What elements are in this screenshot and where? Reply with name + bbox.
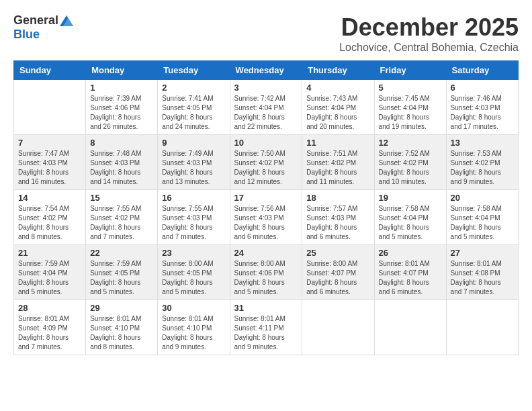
calendar-cell: 26Sunrise: 8:01 AM Sunset: 4:07 PM Dayli… [374, 245, 446, 300]
logo-general-text: General [13, 13, 58, 28]
day-number: 20 [451, 193, 514, 203]
day-number: 14 [18, 193, 81, 203]
day-info: Sunrise: 7:59 AM Sunset: 4:05 PM Dayligh… [90, 259, 153, 297]
day-number: 4 [306, 83, 369, 93]
calendar-header-thursday: Thursday [302, 61, 374, 80]
location-title: Lochovice, Central Bohemia, Czechia [339, 42, 519, 54]
day-number: 13 [451, 138, 514, 148]
calendar-week-row: 28Sunrise: 8:01 AM Sunset: 4:09 PM Dayli… [14, 300, 519, 355]
calendar-week-row: 7Sunrise: 7:47 AM Sunset: 4:03 PM Daylig… [14, 135, 519, 190]
calendar-cell: 17Sunrise: 7:56 AM Sunset: 4:03 PM Dayli… [230, 190, 302, 245]
day-info: Sunrise: 8:01 AM Sunset: 4:09 PM Dayligh… [18, 314, 81, 352]
day-number: 17 [234, 193, 298, 203]
day-info: Sunrise: 7:42 AM Sunset: 4:04 PM Dayligh… [234, 94, 298, 132]
day-number: 24 [234, 248, 298, 258]
calendar-cell: 16Sunrise: 7:55 AM Sunset: 4:03 PM Dayli… [158, 190, 230, 245]
calendar-cell: 21Sunrise: 7:59 AM Sunset: 4:04 PM Dayli… [14, 245, 86, 300]
calendar-cell: 19Sunrise: 7:58 AM Sunset: 4:04 PM Dayli… [374, 190, 446, 245]
calendar-table: SundayMondayTuesdayWednesdayThursdayFrid… [13, 60, 519, 355]
calendar-cell: 10Sunrise: 7:50 AM Sunset: 4:02 PM Dayli… [230, 135, 302, 190]
day-info: Sunrise: 7:46 AM Sunset: 4:03 PM Dayligh… [451, 94, 514, 132]
day-number: 15 [90, 193, 153, 203]
calendar-cell: 24Sunrise: 8:00 AM Sunset: 4:06 PM Dayli… [230, 245, 302, 300]
day-info: Sunrise: 8:00 AM Sunset: 4:07 PM Dayligh… [306, 259, 369, 297]
day-number: 27 [451, 248, 514, 258]
calendar-cell: 9Sunrise: 7:49 AM Sunset: 4:03 PM Daylig… [158, 135, 230, 190]
day-info: Sunrise: 7:57 AM Sunset: 4:03 PM Dayligh… [306, 204, 369, 242]
day-info: Sunrise: 7:52 AM Sunset: 4:02 PM Dayligh… [379, 149, 442, 187]
day-number: 6 [451, 83, 514, 93]
calendar-cell: 7Sunrise: 7:47 AM Sunset: 4:03 PM Daylig… [14, 135, 86, 190]
day-info: Sunrise: 8:01 AM Sunset: 4:08 PM Dayligh… [451, 259, 514, 297]
day-info: Sunrise: 7:48 AM Sunset: 4:03 PM Dayligh… [90, 149, 153, 187]
day-info: Sunrise: 7:51 AM Sunset: 4:02 PM Dayligh… [306, 149, 369, 187]
day-info: Sunrise: 7:49 AM Sunset: 4:03 PM Dayligh… [162, 149, 225, 187]
day-info: Sunrise: 7:39 AM Sunset: 4:06 PM Dayligh… [90, 94, 153, 132]
calendar-cell: 6Sunrise: 7:46 AM Sunset: 4:03 PM Daylig… [446, 80, 518, 135]
day-info: Sunrise: 7:50 AM Sunset: 4:02 PM Dayligh… [234, 149, 298, 187]
calendar-cell: 8Sunrise: 7:48 AM Sunset: 4:03 PM Daylig… [86, 135, 158, 190]
calendar-cell: 1Sunrise: 7:39 AM Sunset: 4:06 PM Daylig… [86, 80, 158, 135]
calendar-header-wednesday: Wednesday [230, 61, 302, 80]
day-number: 1 [90, 83, 153, 93]
day-number: 11 [306, 138, 369, 148]
day-number: 29 [90, 303, 153, 313]
page-header: General Blue December 2025 Lochovice, Ce… [13, 13, 519, 54]
calendar-header-tuesday: Tuesday [158, 61, 230, 80]
calendar-cell: 23Sunrise: 8:00 AM Sunset: 4:05 PM Dayli… [158, 245, 230, 300]
day-number: 23 [162, 248, 225, 258]
day-number: 2 [162, 83, 225, 93]
day-number: 8 [90, 138, 153, 148]
day-info: Sunrise: 7:47 AM Sunset: 4:03 PM Dayligh… [18, 149, 81, 187]
calendar-header-saturday: Saturday [446, 61, 518, 80]
day-info: Sunrise: 7:59 AM Sunset: 4:04 PM Dayligh… [18, 259, 81, 297]
calendar-cell: 22Sunrise: 7:59 AM Sunset: 4:05 PM Dayli… [86, 245, 158, 300]
calendar-week-row: 14Sunrise: 7:54 AM Sunset: 4:02 PM Dayli… [14, 190, 519, 245]
day-info: Sunrise: 7:41 AM Sunset: 4:05 PM Dayligh… [162, 94, 225, 132]
calendar-cell [374, 300, 446, 355]
month-title: December 2025 [339, 13, 519, 42]
calendar-cell: 11Sunrise: 7:51 AM Sunset: 4:02 PM Dayli… [302, 135, 374, 190]
day-number: 31 [234, 303, 298, 313]
calendar-cell: 20Sunrise: 7:58 AM Sunset: 4:04 PM Dayli… [446, 190, 518, 245]
day-number: 19 [379, 193, 442, 203]
calendar-header-sunday: Sunday [14, 61, 86, 80]
day-number: 28 [18, 303, 81, 313]
calendar-cell: 14Sunrise: 7:54 AM Sunset: 4:02 PM Dayli… [14, 190, 86, 245]
calendar-week-row: 1Sunrise: 7:39 AM Sunset: 4:06 PM Daylig… [14, 80, 519, 135]
day-number: 10 [234, 138, 298, 148]
logo-icon [60, 15, 73, 26]
calendar-cell [302, 300, 374, 355]
day-info: Sunrise: 8:01 AM Sunset: 4:10 PM Dayligh… [162, 314, 225, 352]
day-info: Sunrise: 7:55 AM Sunset: 4:02 PM Dayligh… [90, 204, 153, 242]
calendar-cell: 25Sunrise: 8:00 AM Sunset: 4:07 PM Dayli… [302, 245, 374, 300]
day-info: Sunrise: 7:43 AM Sunset: 4:04 PM Dayligh… [306, 94, 369, 132]
calendar-cell [14, 80, 86, 135]
calendar-cell [446, 300, 518, 355]
day-info: Sunrise: 7:55 AM Sunset: 4:03 PM Dayligh… [162, 204, 225, 242]
calendar-cell: 12Sunrise: 7:52 AM Sunset: 4:02 PM Dayli… [374, 135, 446, 190]
day-number: 3 [234, 83, 298, 93]
calendar-cell: 31Sunrise: 8:01 AM Sunset: 4:11 PM Dayli… [230, 300, 302, 355]
day-number: 12 [379, 138, 442, 148]
logo: General Blue [13, 13, 73, 42]
day-number: 26 [379, 248, 442, 258]
day-info: Sunrise: 7:56 AM Sunset: 4:03 PM Dayligh… [234, 204, 298, 242]
day-number: 21 [18, 248, 81, 258]
day-number: 18 [306, 193, 369, 203]
day-info: Sunrise: 8:01 AM Sunset: 4:11 PM Dayligh… [234, 314, 298, 352]
day-info: Sunrise: 8:00 AM Sunset: 4:06 PM Dayligh… [234, 259, 298, 297]
day-info: Sunrise: 7:58 AM Sunset: 4:04 PM Dayligh… [451, 204, 514, 242]
day-number: 5 [379, 83, 442, 93]
calendar-cell: 29Sunrise: 8:01 AM Sunset: 4:10 PM Dayli… [86, 300, 158, 355]
calendar-cell: 2Sunrise: 7:41 AM Sunset: 4:05 PM Daylig… [158, 80, 230, 135]
day-number: 7 [18, 138, 81, 148]
logo-blue-text: Blue [13, 28, 40, 42]
calendar-cell: 3Sunrise: 7:42 AM Sunset: 4:04 PM Daylig… [230, 80, 302, 135]
calendar-header-row: SundayMondayTuesdayWednesdayThursdayFrid… [14, 61, 519, 80]
calendar-cell: 15Sunrise: 7:55 AM Sunset: 4:02 PM Dayli… [86, 190, 158, 245]
day-info: Sunrise: 8:01 AM Sunset: 4:10 PM Dayligh… [90, 314, 153, 352]
day-info: Sunrise: 8:01 AM Sunset: 4:07 PM Dayligh… [379, 259, 442, 297]
calendar-cell: 28Sunrise: 8:01 AM Sunset: 4:09 PM Dayli… [14, 300, 86, 355]
title-area: December 2025 Lochovice, Central Bohemia… [339, 13, 519, 54]
